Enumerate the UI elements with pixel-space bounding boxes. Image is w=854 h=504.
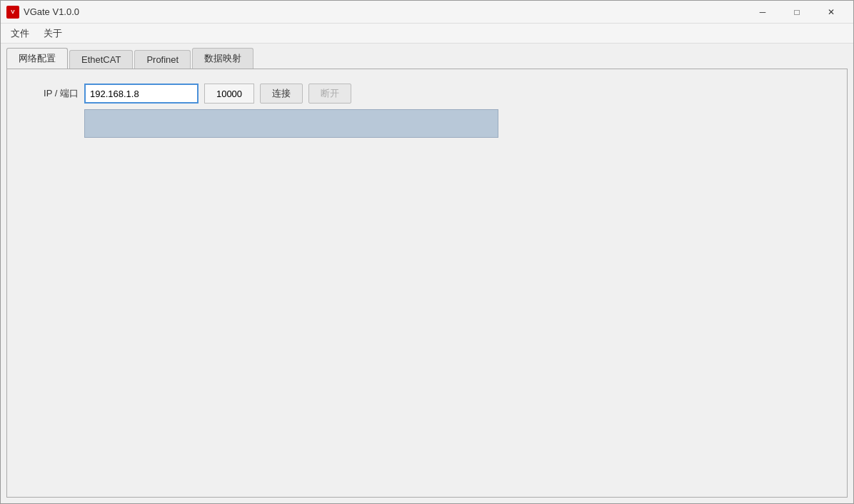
title-bar-left: V VGate V1.0.0 (6, 6, 79, 19)
status-area (84, 109, 498, 138)
minimize-button[interactable]: ─ (746, 2, 779, 22)
tab-profinet[interactable]: Profinet (134, 50, 191, 69)
menu-item-file[interactable]: 文件 (4, 25, 36, 42)
port-input[interactable] (204, 84, 254, 104)
tab-bar: 网络配置 EthetCAT Profinet 数据映射 (1, 44, 853, 69)
ip-port-label: IP / 端口 (21, 87, 79, 100)
menu-bar: 文件 关于 (1, 24, 853, 44)
content-area: IP / 端口 连接 断开 (6, 69, 848, 498)
maximize-button[interactable]: □ (780, 2, 813, 22)
main-window: V VGate V1.0.0 ─ □ ✕ 文件 关于 网络配置 EthetCAT… (0, 0, 854, 504)
connect-button[interactable]: 连接 (260, 84, 303, 104)
network-config-row: IP / 端口 连接 断开 (21, 84, 833, 104)
app-logo: V (6, 6, 19, 19)
ip-input[interactable] (84, 84, 199, 104)
title-bar: V VGate V1.0.0 ─ □ ✕ (1, 1, 853, 24)
tab-data-mapping[interactable]: 数据映射 (192, 48, 253, 69)
close-button[interactable]: ✕ (815, 2, 848, 22)
window-controls: ─ □ ✕ (746, 2, 848, 22)
tab-ethercat[interactable]: EthetCAT (69, 50, 133, 69)
menu-item-about[interactable]: 关于 (36, 25, 69, 42)
disconnect-button[interactable]: 断开 (308, 84, 351, 104)
window-title: VGate V1.0.0 (24, 6, 79, 17)
tab-network-config[interactable]: 网络配置 (6, 48, 68, 69)
